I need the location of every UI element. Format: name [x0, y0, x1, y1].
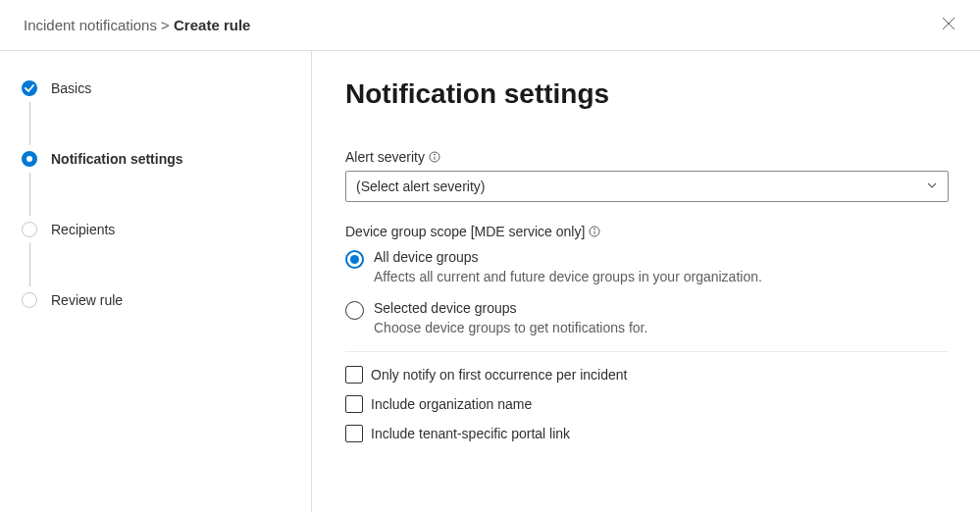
- step-connector: [29, 102, 30, 145]
- alert-severity-label: Alert severity: [345, 149, 949, 165]
- panel-header: Incident notifications > Create rule: [0, 0, 980, 51]
- close-icon: [941, 16, 956, 31]
- wizard-steps: Basics Notification settings Recipients …: [0, 51, 312, 512]
- main-panel: Notification settings Alert severity (Se…: [312, 51, 980, 512]
- info-icon[interactable]: [429, 151, 440, 163]
- checkbox-unchecked-icon: [345, 425, 363, 442]
- svg-point-7: [594, 229, 595, 230]
- breadcrumb: Incident notifications > Create rule: [24, 17, 250, 33]
- chevron-down-icon: [926, 179, 938, 194]
- pending-step-icon: [22, 292, 37, 308]
- alert-severity-select[interactable]: (Select alert severity): [345, 171, 949, 202]
- device-scope-radio-group: All device groups Affects all current an…: [345, 249, 949, 335]
- radio-label: All device groups: [374, 249, 762, 265]
- current-step-icon: [22, 151, 37, 167]
- info-icon[interactable]: [589, 226, 600, 237]
- step-label: Review rule: [51, 292, 123, 308]
- checkbox-label: Include organization name: [371, 396, 532, 412]
- svg-point-4: [434, 154, 435, 155]
- radio-description: Affects all current and future device gr…: [374, 269, 762, 284]
- checkbox-include-portal-link[interactable]: Include tenant-specific portal link: [345, 425, 949, 442]
- select-placeholder: (Select alert severity): [356, 179, 485, 194]
- checkbox-first-occurrence[interactable]: Only notify on first occurrence per inci…: [345, 366, 949, 384]
- step-label: Basics: [51, 80, 91, 96]
- radio-all-device-groups[interactable]: All device groups Affects all current an…: [345, 249, 949, 284]
- divider: [345, 351, 949, 352]
- breadcrumb-separator: >: [161, 17, 170, 33]
- breadcrumb-parent[interactable]: Incident notifications: [24, 17, 157, 33]
- checkbox-label: Only notify on first occurrence per inci…: [371, 367, 627, 383]
- step-connector: [29, 173, 30, 216]
- checkbox-include-org-name[interactable]: Include organization name: [345, 395, 949, 413]
- breadcrumb-current: Create rule: [174, 17, 250, 33]
- checkbox-label: Include tenant-specific portal link: [371, 426, 570, 441]
- checkbox-unchecked-icon: [345, 395, 363, 413]
- radio-selected-icon: [345, 250, 364, 269]
- step-connector: [29, 243, 30, 286]
- step-review-rule[interactable]: Review rule: [22, 286, 311, 314]
- step-basics[interactable]: Basics: [22, 75, 311, 102]
- page-title: Notification settings: [345, 78, 949, 110]
- device-scope-label: Device group scope [MDE service only]: [345, 224, 949, 239]
- close-button[interactable]: [937, 12, 960, 38]
- check-circle-icon: [22, 80, 37, 96]
- radio-label: Selected device groups: [374, 300, 647, 316]
- radio-unselected-icon: [345, 301, 364, 320]
- step-label: Recipients: [51, 222, 115, 237]
- radio-selected-device-groups[interactable]: Selected device groups Choose device gro…: [345, 300, 949, 335]
- pending-step-icon: [22, 222, 37, 237]
- step-label: Notification settings: [51, 151, 183, 167]
- step-notification-settings[interactable]: Notification settings: [22, 145, 311, 173]
- radio-description: Choose device groups to get notification…: [374, 320, 647, 335]
- checkbox-unchecked-icon: [345, 366, 363, 384]
- step-recipients[interactable]: Recipients: [22, 216, 311, 243]
